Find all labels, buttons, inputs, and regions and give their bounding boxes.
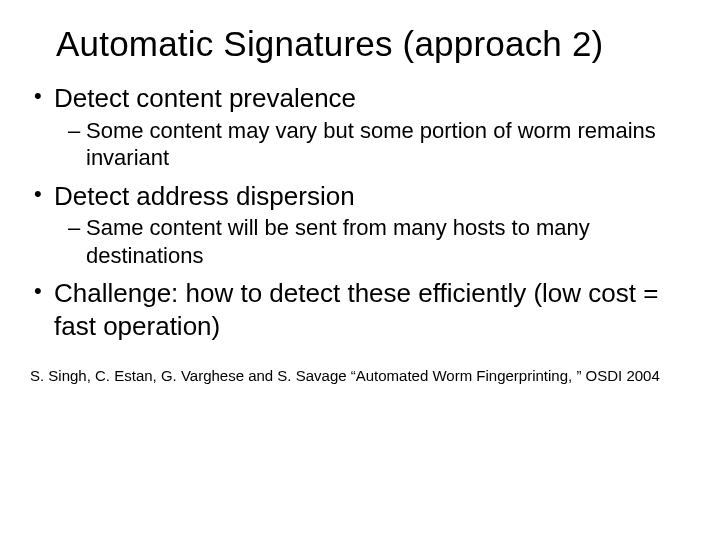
sub-list: Some content may vary but some portion o… — [68, 117, 690, 172]
sub-list: Same content will be sent from many host… — [68, 214, 690, 269]
bullet-text: Detect address dispersion — [54, 181, 355, 211]
bullet-text: Challenge: how to detect these efficient… — [54, 278, 658, 341]
bullet-text: Detect content prevalence — [54, 83, 356, 113]
slide-title: Automatic Signatures (approach 2) — [56, 24, 690, 64]
sub-item: Same content will be sent from many host… — [68, 214, 690, 269]
bullet-item: Challenge: how to detect these efficient… — [32, 277, 690, 342]
bullet-item: Detect content prevalence Some content m… — [32, 82, 690, 172]
citation: S. Singh, C. Estan, G. Varghese and S. S… — [30, 366, 690, 386]
sub-item: Some content may vary but some portion o… — [68, 117, 690, 172]
bullet-list: Detect content prevalence Some content m… — [32, 82, 690, 342]
bullet-item: Detect address dispersion Same content w… — [32, 180, 690, 270]
